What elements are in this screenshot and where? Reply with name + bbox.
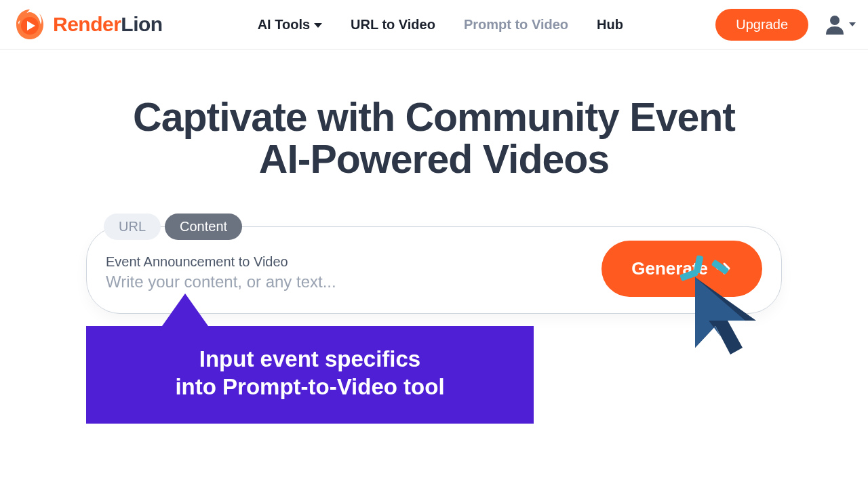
- header: RenderLion AI Tools URL to Video Prompt …: [0, 0, 868, 49]
- user-menu[interactable]: [823, 14, 856, 35]
- svg-point-1: [830, 16, 840, 25]
- user-icon: [823, 14, 846, 35]
- callout-pointer: [162, 293, 208, 326]
- hero: Captivate with Community Event AI-Powere…: [0, 97, 868, 181]
- content-input[interactable]: [106, 272, 601, 291]
- main-nav: AI Tools URL to Video Prompt to Video Hu…: [258, 17, 623, 33]
- page-title: Captivate with Community Event AI-Powere…: [0, 97, 868, 181]
- nav-label: AI Tools: [258, 17, 310, 33]
- input-label: Event Announcement to Video: [106, 254, 601, 270]
- nav-prompt-to-video[interactable]: Prompt to Video: [464, 17, 568, 33]
- callout-text: Input event specifics into Prompt-to-Vid…: [113, 345, 507, 401]
- tab-url[interactable]: URL: [104, 214, 161, 240]
- input-area: Event Announcement to Video: [106, 246, 601, 291]
- logo-icon: [12, 7, 47, 42]
- nav-ai-tools[interactable]: AI Tools: [258, 17, 322, 33]
- nav-label: Hub: [597, 17, 623, 33]
- generate-button[interactable]: Generate: [601, 241, 762, 297]
- nav-url-to-video[interactable]: URL to Video: [351, 17, 435, 33]
- logo-text: RenderLion: [53, 13, 163, 36]
- logo[interactable]: RenderLion: [12, 7, 163, 42]
- chevron-down-icon: [314, 23, 322, 28]
- nav-label: URL to Video: [351, 17, 435, 33]
- input-tabs: URL Content: [104, 214, 782, 240]
- generator-panel: URL Content Event Announcement to Video …: [86, 214, 782, 314]
- nav-hub[interactable]: Hub: [597, 17, 623, 33]
- callout: Input event specifics into Prompt-to-Vid…: [86, 293, 534, 424]
- tab-content[interactable]: Content: [165, 214, 242, 240]
- arrow-right-icon: [715, 260, 732, 277]
- chevron-down-icon: [849, 22, 856, 26]
- generate-label: Generate: [631, 258, 708, 279]
- nav-label: Prompt to Video: [464, 17, 568, 33]
- header-right: Upgrade: [715, 9, 856, 41]
- upgrade-button[interactable]: Upgrade: [715, 9, 808, 41]
- callout-box: Input event specifics into Prompt-to-Vid…: [86, 326, 534, 424]
